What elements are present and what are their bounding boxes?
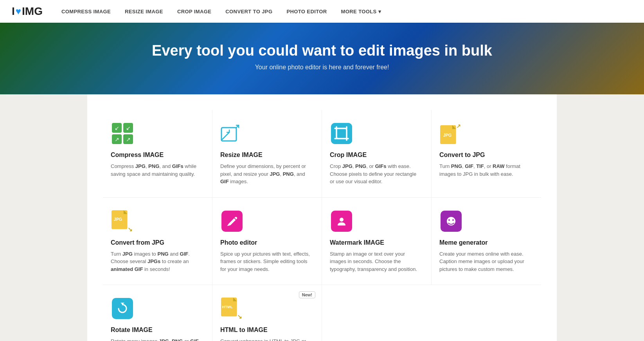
hero-subtitle: Your online photo editor is here and for…: [8, 64, 636, 71]
tool-name-watermark: Watermark IMAGE: [330, 239, 419, 246]
tool-desc-meme: Create your memes online with ease. Capt…: [439, 250, 529, 273]
compress-icon: ↙ ↙ ↗ ↗: [111, 122, 134, 145]
tool-card-rotate[interactable]: Rotate IMAGE Rotate many images JPG, PNG…: [103, 285, 212, 341]
tool-name-compress: Compress IMAGE: [111, 152, 200, 159]
tools-grid: ↙ ↙ ↗ ↗ Compress IMAGE Compress JPG, PNG…: [103, 110, 541, 341]
nav-more-tools[interactable]: MORE TOOLS ▾: [334, 0, 388, 23]
nav-crop[interactable]: CROP IMAGE: [170, 0, 218, 23]
watermark-icon: [330, 209, 353, 233]
tool-card-convert-jpg[interactable]: JPG ↗ Convert to JPG Turn PNG, GIF, TIF,…: [432, 110, 541, 198]
rotate-icon: [111, 297, 134, 320]
tool-card-convert-from-jpg[interactable]: JPG ↘ Convert from JPG Turn JPG images t…: [103, 198, 212, 285]
nav-photo-editor[interactable]: PHOTO EDITOR: [279, 0, 334, 23]
tool-desc-resize: Define your dimensions, by percent or pi…: [220, 162, 310, 186]
tool-name-meme: Meme generator: [439, 239, 529, 246]
tool-name-convert-jpg: Convert to JPG: [439, 152, 529, 159]
tool-desc-crop: Crop JPG, PNG, or GIFs with ease. Choose…: [330, 162, 419, 186]
svg-text:JPG: JPG: [443, 133, 452, 137]
site-logo[interactable]: I ♥ IMG: [12, 5, 43, 18]
meme-icon: [439, 209, 463, 233]
convert-jpg-icon: JPG ↗: [439, 122, 463, 145]
convert-from-jpg-icon: JPG ↘: [111, 209, 134, 233]
nav-convert-jpg[interactable]: CONVERT TO JPG: [218, 0, 279, 23]
tool-desc-rotate: Rotate many images JPG, PNG or GIF at sa…: [111, 337, 200, 341]
photo-editor-icon: [220, 209, 244, 233]
tool-desc-photo-editor: Spice up your pictures with text, effect…: [220, 250, 310, 273]
svg-text:HTML: HTML: [222, 305, 233, 309]
hero-section: Every tool you could want to edit images…: [0, 23, 644, 94]
tool-desc-compress: Compress JPG, PNG, and GIFs while saving…: [111, 162, 200, 178]
nav-compress[interactable]: COMPRESS IMAGE: [54, 0, 118, 23]
hero-headline: Every tool you could want to edit images…: [8, 42, 636, 59]
svg-point-16: [448, 219, 450, 221]
tools-container: ↙ ↙ ↗ ↗ Compress IMAGE Compress JPG, PNG…: [87, 94, 557, 341]
compress-arrow-tr: ↙: [123, 123, 133, 133]
resize-icon: [220, 122, 244, 145]
tool-card-crop[interactable]: Crop IMAGE Crop JPG, PNG, or GIFs with e…: [322, 110, 432, 198]
logo-heart-icon: ♥: [16, 6, 21, 17]
html-to-image-icon: HTML ↘: [220, 297, 244, 320]
tool-card-compress[interactable]: ↙ ↙ ↗ ↗ Compress IMAGE Compress JPG, PNG…: [103, 110, 212, 198]
tool-name-crop: Crop IMAGE: [330, 152, 419, 159]
logo-text-i: I: [12, 5, 15, 18]
compress-arrow-bl: ↗: [112, 134, 122, 144]
svg-point-17: [452, 219, 454, 221]
nav-links: COMPRESS IMAGE RESIZE IMAGE CROP IMAGE C…: [54, 0, 632, 23]
tool-desc-watermark: Stamp an image or text over your images …: [330, 250, 419, 273]
svg-rect-2: [331, 123, 352, 144]
svg-text:JPG: JPG: [114, 217, 122, 222]
navigation: I ♥ IMG COMPRESS IMAGE RESIZE IMAGE CROP…: [0, 0, 644, 23]
nav-resize[interactable]: RESIZE IMAGE: [118, 0, 170, 23]
svg-point-14: [340, 218, 344, 222]
tool-desc-html-to-image: Convert webpages in HTML to JPG or SVG. …: [220, 337, 310, 341]
svg-text:↗: ↗: [456, 123, 461, 129]
new-badge: New!: [299, 291, 315, 298]
tool-card-resize[interactable]: Resize IMAGE Define your dimensions, by …: [212, 110, 322, 198]
tool-card-photo-editor[interactable]: Photo editor Spice up your pictures with…: [212, 198, 322, 285]
tool-card-html-to-image[interactable]: New! HTML ↘ HTML to IMAGE Convert webpag…: [212, 285, 322, 341]
tool-card-meme[interactable]: Meme generator Create your memes online …: [432, 198, 541, 285]
svg-text:↘: ↘: [237, 313, 242, 320]
tool-name-resize: Resize IMAGE: [220, 152, 310, 159]
tool-desc-convert-jpg: Turn PNG, GIF, TIF, or RAW format images…: [439, 162, 529, 178]
tool-card-watermark[interactable]: Watermark IMAGE Stamp an image or text o…: [322, 198, 432, 285]
compress-arrow-br: ↗: [123, 134, 133, 144]
tool-desc-convert-from-jpg: Turn JPG images to PNG and GIF. Choose s…: [111, 250, 200, 273]
tool-name-photo-editor: Photo editor: [220, 239, 310, 246]
tool-name-html-to-image: HTML to IMAGE: [220, 327, 310, 334]
svg-line-1: [221, 132, 229, 140]
compress-arrow-tl: ↙: [112, 123, 122, 133]
svg-text:↘: ↘: [128, 226, 133, 233]
crop-icon: [330, 122, 353, 145]
svg-rect-0: [221, 128, 236, 141]
tool-name-rotate: Rotate IMAGE: [111, 327, 200, 334]
logo-text-img: IMG: [22, 5, 43, 18]
tool-name-convert-from-jpg: Convert from JPG: [111, 239, 200, 246]
